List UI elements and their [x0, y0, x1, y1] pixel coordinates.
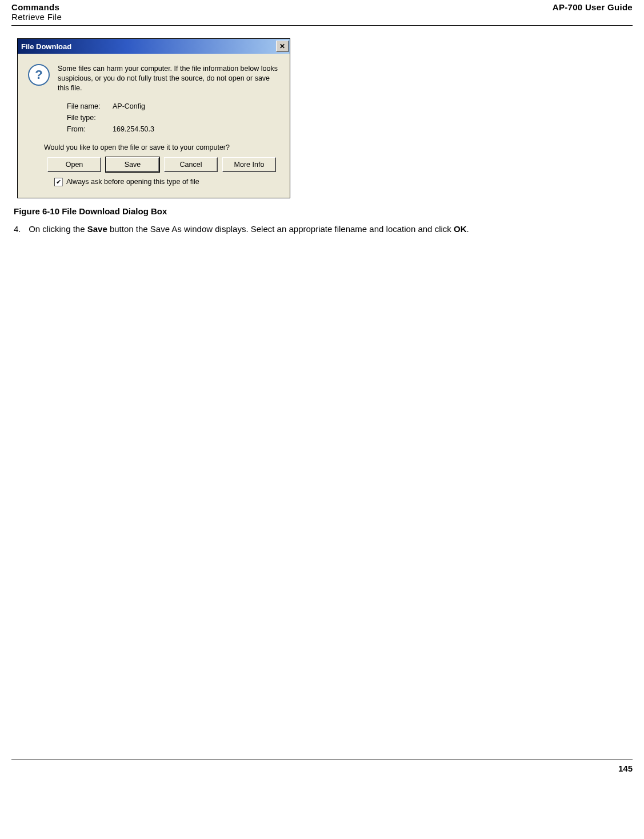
page: Commands Retrieve File AP-700 User Guide… — [0, 0, 644, 785]
open-button[interactable]: Open — [47, 157, 101, 172]
page-number: 145 — [618, 764, 633, 773]
step-bold-ok: OK — [454, 224, 467, 234]
figure-caption: Figure 6-10 File Download Dialog Box — [14, 206, 633, 216]
dialog-top-row: ? Some files can harm your computer. If … — [28, 64, 279, 93]
header-guide: AP-700 User Guide — [553, 2, 633, 22]
cancel-button[interactable]: Cancel — [164, 157, 218, 172]
always-ask-checkbox[interactable]: ✔ — [54, 178, 63, 186]
page-header: Commands Retrieve File AP-700 User Guide — [11, 0, 633, 26]
step-4-text: 4. On clicking the Save button the Save … — [14, 224, 633, 234]
dialog-prompt: Would you like to open the file or save … — [44, 143, 279, 151]
dialog-warning-text: Some files can harm your computer. If th… — [58, 64, 279, 93]
more-info-button[interactable]: More Info — [222, 157, 276, 172]
dialog-file-meta: File name: AP-Config File type: From: 16… — [67, 102, 279, 133]
step-post: . — [466, 224, 469, 234]
dialog-body: ? Some files can harm your computer. If … — [18, 54, 290, 198]
question-icon: ? — [28, 64, 50, 86]
filename-value: AP-Config — [113, 102, 279, 110]
filetype-label: File type: — [67, 114, 113, 122]
file-download-dialog: File Download ✕ ? Some files can harm yo… — [17, 38, 290, 198]
filetype-value — [113, 114, 279, 122]
from-label: From: — [67, 125, 113, 133]
from-value: 169.254.50.3 — [113, 125, 279, 133]
dialog-title: File Download — [21, 42, 71, 51]
dialog-checkbox-row: ✔ Always ask before opening this type of… — [54, 178, 279, 186]
step-bold-save: Save — [87, 224, 107, 234]
step-number: 4. — [14, 224, 26, 234]
header-subsection: Retrieve File — [11, 12, 62, 22]
step-pre: On clicking the — [29, 224, 87, 234]
step-mid: button the Save As window displays. Sele… — [107, 224, 454, 234]
dialog-titlebar[interactable]: File Download ✕ — [18, 39, 290, 54]
always-ask-label: Always ask before opening this type of f… — [66, 178, 199, 186]
dialog-button-row: Open Save Cancel More Info — [44, 157, 279, 172]
header-section: Commands — [11, 2, 62, 12]
filename-label: File name: — [67, 102, 113, 110]
header-left: Commands Retrieve File — [11, 2, 62, 22]
save-button[interactable]: Save — [106, 157, 159, 172]
close-icon[interactable]: ✕ — [276, 41, 289, 52]
page-footer: 145 — [11, 760, 633, 773]
